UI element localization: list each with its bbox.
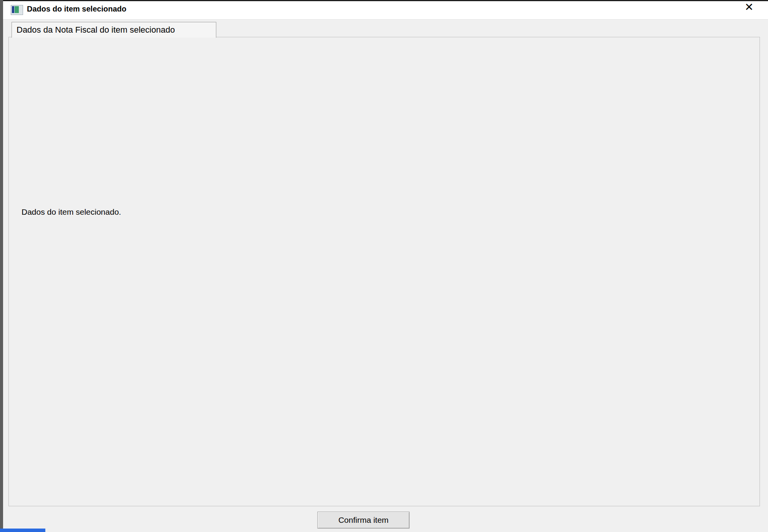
window-title: Dados do item selecionado xyxy=(27,5,126,13)
window-bottom-accent xyxy=(0,529,45,532)
item-section-title: Dados do item selecionado. xyxy=(18,207,124,217)
app-icon xyxy=(11,5,23,15)
window-left-border xyxy=(0,0,3,532)
window-top-border xyxy=(0,0,768,1)
tab-label: Dados da Nota Fiscal do item selecionado xyxy=(17,25,175,35)
close-icon[interactable]: ✕ xyxy=(745,3,753,12)
tab-dados-nota-fiscal[interactable]: Dados da Nota Fiscal do item selecionado xyxy=(12,22,216,38)
tab-page xyxy=(8,37,760,506)
dialog-window: Dados do item selecionado ✕ Dados da Not… xyxy=(0,0,768,532)
confirma-item-button[interactable]: Confirma item xyxy=(317,512,410,529)
